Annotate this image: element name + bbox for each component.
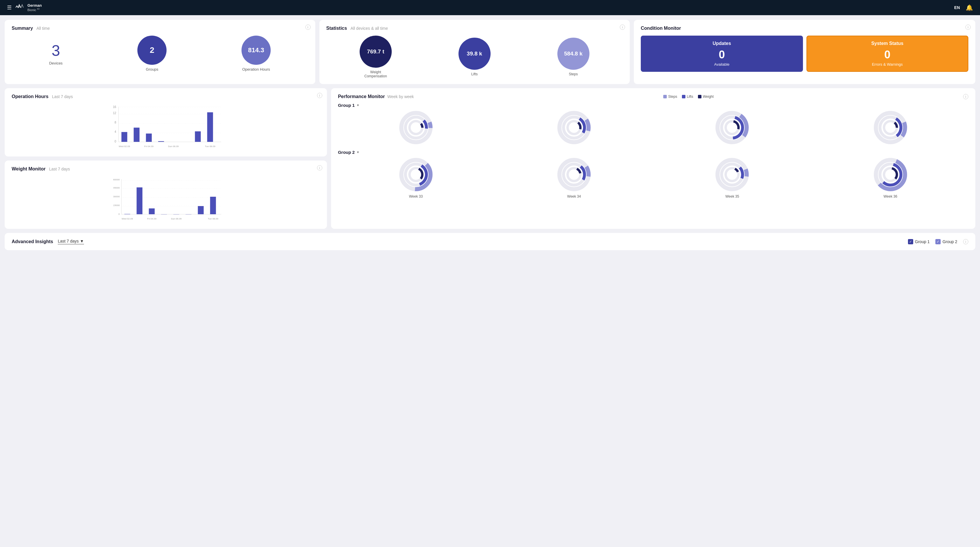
bar-2 — [134, 128, 139, 142]
devices-item: 3 Devices — [49, 42, 62, 65]
legend-lifts-label: Lifts — [687, 94, 693, 99]
op-hours-header: Operation Hours Last 7 days — [12, 94, 320, 99]
svg-text:16: 16 — [113, 105, 116, 108]
svg-text:Wed 02.09: Wed 02.09 — [119, 145, 130, 148]
group2-check[interactable]: ✓ Group 2 — [935, 239, 957, 244]
weight-monitor-info-icon[interactable]: i — [317, 165, 322, 171]
steps-item: 584.8 k Steps — [557, 38, 589, 76]
condition-header: Condition Monitor — [641, 26, 968, 31]
summary-info-icon[interactable]: i — [305, 24, 310, 30]
time-label: Last 7 days — [58, 239, 79, 244]
groups-count: 2 — [150, 46, 154, 55]
g2-w33-donut — [398, 157, 433, 192]
status-box: System Status 0 Errors & Warnings — [807, 36, 968, 72]
group2-checkbox[interactable]: ✓ — [935, 239, 940, 244]
condition-card: Condition Monitor i Updates 0 Available … — [634, 20, 975, 84]
hours-label: Operation Hours — [242, 67, 270, 72]
app-header: ☰ German Bionic IO EN 🔔 — [0, 0, 980, 15]
svg-text:0: 0 — [118, 213, 120, 215]
devices-label: Devices — [49, 61, 62, 65]
group1-selector[interactable]: Group 1 ▼ — [338, 103, 968, 108]
header-left: ☰ German Bionic IO — [7, 3, 42, 12]
legend-lifts: Lifts — [682, 94, 693, 99]
updates-box: Updates 0 Available — [641, 36, 803, 72]
menu-icon[interactable]: ☰ — [7, 5, 12, 11]
summary-subtitle: All time — [37, 26, 50, 31]
svg-text:8: 8 — [115, 121, 116, 124]
group1-check[interactable]: ✓ Group 1 — [908, 239, 930, 244]
weight-monitor-subtitle: Last 7 days — [49, 167, 70, 171]
g2-w34-donut — [557, 157, 592, 192]
perf-subtitle: Week by week — [387, 94, 414, 99]
legend-lifts-dot — [682, 95, 686, 98]
group1-checkbox[interactable]: ✓ — [908, 239, 913, 244]
g2-w35-donut — [714, 157, 749, 192]
advanced-info-icon[interactable]: i — [963, 239, 968, 244]
svg-text:Sun 06.09: Sun 06.09 — [171, 217, 182, 220]
legend-steps-dot — [663, 95, 667, 98]
hours-item: 814.3 Operation Hours — [242, 36, 270, 72]
svg-text:Tue 08.09: Tue 08.09 — [205, 145, 215, 148]
summary-title: Summary — [12, 26, 33, 31]
g1-w36-donut — [873, 110, 908, 145]
weight-monitor-header: Weight Monitor Last 7 days — [12, 166, 320, 172]
svg-text:30000: 30000 — [113, 195, 120, 198]
statistics-title: Statistics — [326, 26, 347, 31]
perf-title-group: Performance Monitor Week by week — [338, 94, 414, 99]
svg-text:12: 12 — [113, 112, 116, 115]
condition-info-icon[interactable]: i — [966, 24, 970, 30]
steps-circle: 584.8 k — [557, 38, 589, 70]
svg-text:4: 4 — [115, 130, 116, 133]
lifts-label: Lifts — [458, 72, 491, 76]
svg-text:Sun 06.09: Sun 06.09 — [168, 145, 179, 148]
group2-label: Group 2 — [338, 150, 355, 155]
notification-bell[interactable]: 🔔 — [966, 4, 973, 11]
lifts-circle: 39.8 k — [458, 38, 491, 70]
svg-text:15000: 15000 — [113, 204, 120, 207]
logo-svg — [15, 3, 25, 12]
op-hours-title: Operation Hours — [12, 94, 48, 99]
summary-card: Summary All time i 3 Devices 2 Groups 81 — [5, 20, 315, 84]
status-count: 0 — [885, 48, 891, 61]
condition-items: Updates 0 Available System Status 0 Erro… — [641, 36, 968, 72]
perf-info-icon[interactable]: i — [963, 94, 968, 99]
svg-text:Wed 02.09: Wed 02.09 — [122, 217, 133, 220]
summary-items: 3 Devices 2 Groups 814.3 Operation Hours — [12, 36, 308, 72]
group2-selector[interactable]: Group 2 ▼ — [338, 150, 968, 155]
summary-header: Summary All time — [12, 26, 308, 31]
bar-1 — [121, 132, 127, 142]
legend-weight: Weight — [698, 94, 714, 99]
top-row: Summary All time i 3 Devices 2 Groups 81 — [5, 20, 975, 84]
weight-monitor-svg: 0 15000 30000 45000 60000 — [12, 176, 320, 223]
operation-hours-card: Operation Hours Last 7 days i 0 4 8 12 1… — [5, 88, 327, 156]
advanced-right: ✓ Group 1 ✓ Group 2 i — [908, 239, 968, 244]
header-right: EN 🔔 — [955, 4, 973, 11]
statistics-info-icon[interactable]: i — [620, 24, 625, 30]
perf-legend: Steps Lifts Weight — [663, 94, 714, 99]
legend-steps-label: Steps — [668, 94, 677, 99]
g1-w36 — [813, 110, 968, 145]
g2-w33: Week 33 — [338, 157, 494, 198]
advanced-insights-bar: Advanced Insights Last 7 days ▼ ✓ Group … — [5, 233, 975, 250]
svg-rect-33 — [210, 197, 216, 214]
group1-perf-grid — [338, 110, 968, 145]
steps-label: Steps — [557, 72, 589, 76]
svg-text:Fri 04.09: Fri 04.09 — [145, 145, 154, 148]
svg-rect-31 — [186, 214, 191, 215]
status-label: System Status — [871, 41, 903, 46]
groups-circle: 2 — [137, 36, 167, 65]
bar-3 — [146, 134, 152, 142]
advanced-title: Advanced Insights — [12, 239, 53, 244]
time-selector[interactable]: Last 7 days ▼ — [58, 239, 84, 244]
main-content: Summary All time i 3 Devices 2 Groups 81 — [0, 15, 980, 255]
weight-monitor-chart: 0 15000 30000 45000 60000 — [12, 176, 320, 223]
steps-val: 584.8 k — [564, 51, 582, 57]
time-dropdown-arrow: ▼ — [80, 239, 84, 244]
g1-w33-donut — [398, 110, 433, 145]
language-selector[interactable]: EN — [955, 5, 960, 10]
devices-count: 3 — [49, 42, 62, 59]
svg-rect-28 — [149, 209, 154, 214]
weight-item: 769.7 t WeightCompensation — [360, 36, 392, 78]
weight-val: 769.7 t — [367, 48, 384, 55]
op-hours-info-icon[interactable]: i — [317, 93, 322, 98]
